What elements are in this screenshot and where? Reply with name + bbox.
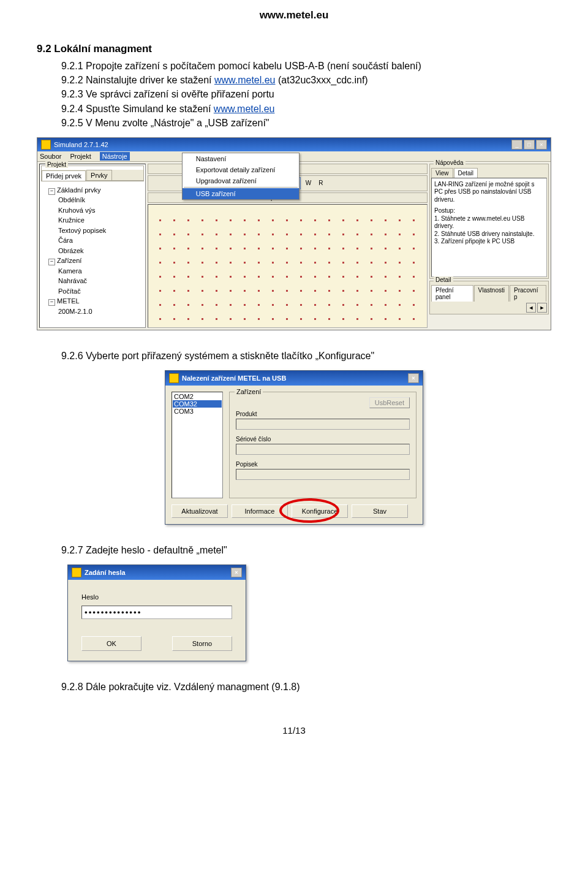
menu-popup: Nastavení Exportovat detaily zařízení Up… (182, 153, 300, 200)
list-item[interactable]: COM32 (173, 400, 222, 408)
close-icon[interactable]: × (408, 373, 419, 383)
menu-soubor[interactable]: Soubor (40, 153, 61, 160)
tab-pridej-prvek[interactable]: Přidej prvek (42, 170, 86, 181)
step-7: 9.2.7 Zadejte heslo - defaultně „metel" (61, 543, 551, 557)
ok-button[interactable]: OK (81, 636, 141, 651)
menu-nastroje[interactable]: Nástroje (100, 152, 130, 161)
password-label: Heslo (81, 593, 232, 601)
tree-group-metel[interactable]: METEL (57, 297, 80, 305)
maximize-button[interactable]: □ (524, 140, 535, 150)
desc-field (236, 469, 410, 480)
help-tab-view[interactable]: View (431, 168, 453, 178)
window-titlebar: Simuland 2.7.1.42 _ □ × (37, 138, 551, 151)
usb-reset-button[interactable]: UsbReset (369, 397, 410, 408)
close-icon[interactable]: × (231, 568, 242, 577)
help-panel-label: Nápověda (434, 159, 466, 166)
help-tab-detail[interactable]: Detail (454, 168, 478, 178)
step-1: 9.2.1 Propojte zařízení s počítačem pomo… (61, 59, 551, 73)
canvas-area[interactable] (148, 204, 428, 328)
window-title: Simuland 2.7.1.42 (54, 141, 108, 148)
left-panel: Projekt Přidej prvek Prvky −Základní prv… (39, 164, 146, 328)
step-2-link[interactable]: www.metel.eu (214, 75, 276, 85)
password-dialog: Zadání hesla × Heslo OK Storno (67, 565, 246, 661)
fieldset-legend: Zařízení (235, 388, 263, 395)
menu-item-upgrade[interactable]: Upgradovat zařízení (183, 175, 299, 186)
tree-item[interactable]: Počítač (41, 286, 144, 297)
com-port-list[interactable]: COM2 COM32 COM3 (172, 392, 223, 498)
menubar: Soubor Projekt Nástroje Nastavení Export… (37, 151, 551, 162)
detail-tab-3[interactable]: Pracovní p (510, 285, 546, 302)
password-dialog-titlebar: Zadání hesla × (68, 565, 246, 580)
com-dialog: Nalezení zařízení METEL na USB × COM2 CO… (165, 370, 423, 525)
list-item[interactable]: COM2 (173, 393, 222, 400)
desc-label: Popisek (236, 461, 410, 468)
tree-item[interactable]: Obdélník (41, 195, 144, 205)
detail-tab-1[interactable]: Přední panel (431, 285, 473, 302)
tree-item[interactable]: Kamera (41, 266, 144, 276)
info-button[interactable]: Informace (232, 504, 288, 518)
step-4: 9.2.4 Spusťte Simuland ke stažení www.me… (61, 102, 551, 116)
list-item[interactable]: COM3 (173, 408, 222, 415)
arrow-right-icon[interactable]: ► (537, 303, 547, 313)
device-fieldset: Zařízení UsbReset Produkt Sériové číslo … (229, 392, 417, 498)
tree-item[interactable]: Kruhová výs (41, 205, 144, 216)
app-icon (41, 140, 51, 150)
step-8: 9.2.8 Dále pokračujte viz. Vzdálený mana… (61, 680, 551, 694)
product-label: Produkt (236, 411, 410, 417)
tool-r-button[interactable]: R (318, 180, 323, 186)
step-2: 9.2.2 Nainstalujte driver ke stažení www… (61, 73, 551, 87)
minimize-button[interactable]: _ (511, 140, 522, 150)
tree-group-basic[interactable]: Základní prvky (57, 186, 101, 194)
product-field (236, 419, 410, 430)
detail-panel-label: Detail (434, 276, 453, 283)
tree-item[interactable]: 200M-2.1.0 (41, 306, 144, 317)
password-dialog-title: Zadání hesla (85, 569, 126, 576)
password-input[interactable] (81, 606, 232, 619)
step-3: 9.2.3 Ve správci zařízení si ověřte přiř… (61, 87, 551, 101)
tool-w-button[interactable]: W (306, 180, 311, 186)
page-number: 11/13 (37, 725, 551, 736)
cancel-button[interactable]: Storno (172, 636, 232, 651)
step-6: 9.2.6 Vyberte port přiřazený systémem a … (61, 349, 551, 363)
com-dialog-titlebar: Nalezení zařízení METEL na USB × (165, 371, 423, 386)
step-4-link[interactable]: www.metel.eu (214, 104, 275, 114)
tree-item[interactable]: Textový popisek (41, 226, 144, 236)
tree-view: −Základní prvky Obdélník Kruhová výs Kru… (40, 183, 145, 327)
app-icon (169, 373, 179, 383)
update-button[interactable]: Aktualizovat (172, 504, 228, 518)
app-icon (72, 568, 81, 577)
instruction-steps: 9.2.1 Propojte zařízení s počítačem pomo… (61, 59, 551, 130)
page-header-url: www.metel.eu (37, 9, 551, 21)
menu-item-nastaveni[interactable]: Nastavení (183, 153, 299, 164)
step-5: 9.2.5 V Menu zvolte „Nástroje" a „USB za… (61, 116, 551, 130)
tree-item[interactable]: Nahrávač (41, 276, 144, 286)
config-button[interactable]: Konfigurace (292, 504, 348, 518)
menu-item-export[interactable]: Exportovat detaily zařízení (183, 164, 299, 175)
simuland-window: Simuland 2.7.1.42 _ □ × Soubor Projekt N… (37, 137, 551, 330)
tree-item[interactable]: Obrázek (41, 246, 144, 256)
tree-item[interactable]: Čára (41, 235, 144, 246)
tree-item[interactable]: Kružnice (41, 215, 144, 226)
state-button[interactable]: Stav (352, 504, 408, 518)
serial-label: Sériové číslo (236, 436, 410, 443)
arrow-left-icon[interactable]: ◄ (526, 303, 536, 313)
serial-field (236, 444, 410, 455)
menu-item-usb[interactable]: USB zařízení (183, 188, 299, 199)
section-heading: 9.2 Lokální managment (37, 43, 551, 55)
tree-group-devices[interactable]: Zařízení (57, 257, 81, 264)
detail-tab-2[interactable]: Vlastnosti (474, 285, 509, 302)
menu-projekt[interactable]: Projekt (70, 153, 91, 160)
left-panel-label: Projekt (45, 161, 68, 168)
close-button[interactable]: × (536, 140, 547, 150)
com-dialog-title: Nalezení zařízení METEL na USB (182, 374, 286, 382)
help-body: LAN-RING zařízení je možné spojit s PC p… (431, 178, 547, 277)
tab-prvky[interactable]: Prvky (86, 170, 112, 180)
